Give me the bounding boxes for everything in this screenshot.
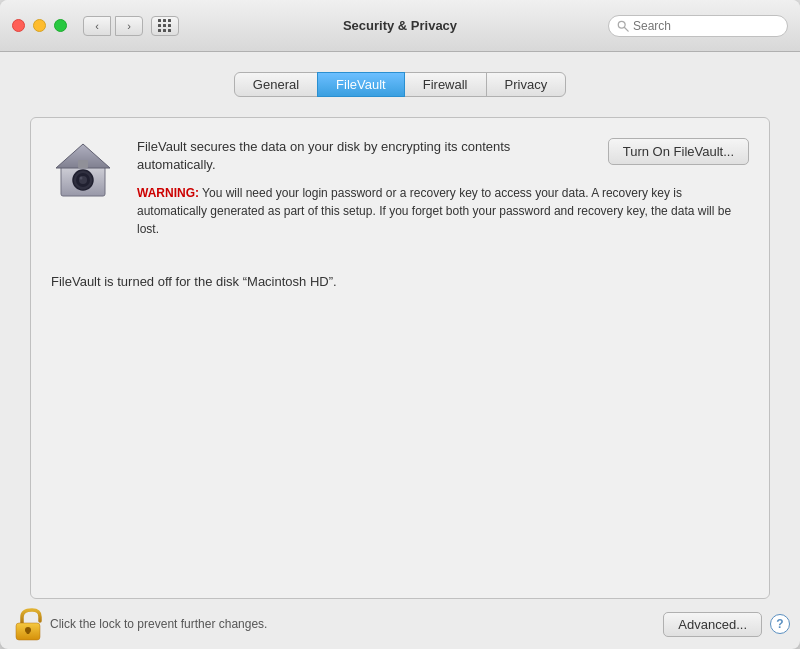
maximize-button[interactable] (54, 19, 67, 32)
description-text: FileVault secures the data on your disk … (137, 138, 592, 174)
warning-body: You will need your login password or a r… (137, 186, 731, 236)
tab-firewall[interactable]: Firewall (404, 72, 487, 97)
svg-rect-11 (27, 630, 30, 634)
minimize-button[interactable] (33, 19, 46, 32)
panel-top: FileVault secures the data on your disk … (51, 138, 749, 238)
lock-icon (14, 607, 42, 641)
tab-filevault[interactable]: FileVault (317, 72, 405, 97)
traffic-lights (12, 19, 67, 32)
grid-button[interactable] (151, 16, 179, 36)
nav-buttons: ‹ › (83, 16, 143, 36)
back-button[interactable]: ‹ (83, 16, 111, 36)
titlebar: ‹ › Security & Privacy (0, 0, 800, 52)
house-icon (51, 138, 115, 202)
svg-point-7 (80, 177, 83, 180)
close-button[interactable] (12, 19, 25, 32)
filevault-icon (51, 138, 121, 208)
search-icon (617, 20, 629, 32)
tabs: General FileVault Firewall Privacy (30, 72, 770, 97)
svg-line-1 (624, 27, 628, 31)
window-title: Security & Privacy (343, 18, 457, 33)
filevault-panel: FileVault secures the data on your disk … (30, 117, 770, 599)
search-input[interactable] (633, 19, 779, 33)
footer: Click the lock to prevent further change… (0, 599, 800, 649)
grid-icon (158, 19, 172, 33)
warning-label: WARNING: (137, 186, 199, 200)
tab-general[interactable]: General (234, 72, 318, 97)
footer-lock-text: Click the lock to prevent further change… (50, 617, 267, 631)
footer-right: Advanced... ? (663, 612, 790, 637)
warning-text: WARNING: You will need your login passwo… (137, 184, 749, 238)
lock-button[interactable] (10, 606, 46, 642)
help-button[interactable]: ? (770, 614, 790, 634)
forward-button[interactable]: › (115, 16, 143, 36)
content: General FileVault Firewall Privacy (0, 52, 800, 599)
advanced-button[interactable]: Advanced... (663, 612, 762, 637)
svg-rect-8 (78, 160, 88, 168)
tab-privacy[interactable]: Privacy (486, 72, 567, 97)
panel-header-row: FileVault secures the data on your disk … (137, 138, 749, 184)
back-icon: ‹ (95, 20, 99, 32)
window: ‹ › Security & Privacy (0, 0, 800, 649)
status-text: FileVault is turned off for the disk “Ma… (51, 274, 749, 289)
forward-icon: › (127, 20, 131, 32)
search-box[interactable] (608, 15, 788, 37)
panel-text-area: FileVault secures the data on your disk … (137, 138, 749, 238)
turn-on-filevault-button[interactable]: Turn On FileVault... (608, 138, 749, 165)
